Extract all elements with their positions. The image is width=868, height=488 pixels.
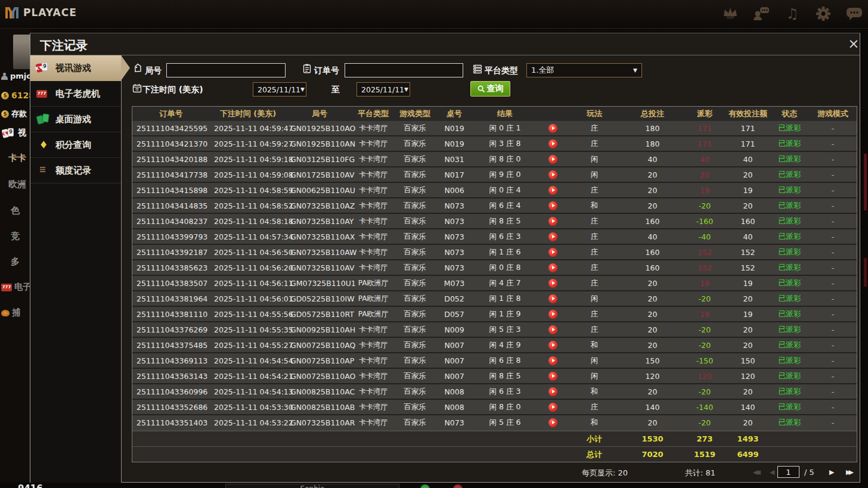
cell-order-number: 251111043360996: [132, 384, 210, 399]
cell-game-type: 百家乐: [393, 384, 436, 399]
play-result-button[interactable]: [548, 341, 557, 350]
cell-total-bet: 180: [621, 136, 684, 151]
cell-table-number: N007: [436, 338, 472, 352]
cell-play-type: 和: [568, 384, 621, 399]
cell-status: 已派彩: [770, 214, 809, 228]
settings-gear-icon[interactable]: [814, 4, 832, 24]
cell-game-type: 百家乐: [393, 214, 436, 228]
cell-total-bet: 120: [621, 369, 684, 383]
play-result-button[interactable]: [548, 263, 557, 272]
cell-round-number: GN07325B110AW: [286, 245, 353, 259]
date-from-picker[interactable]: 2025/11/11 ▼: [253, 82, 306, 97]
table-body: 251111043425595 2025-11-11 04:59:47 GN01…: [132, 121, 857, 431]
play-result-button[interactable]: [548, 372, 557, 381]
cell-game-mode: -: [809, 152, 857, 166]
play-result-button[interactable]: [548, 387, 557, 396]
table-row: 251111043351403 2025-11-11 04:53:22 GN07…: [132, 415, 857, 431]
vip-icon[interactable]: VIP: [721, 4, 739, 24]
cell-status: 已派彩: [770, 291, 809, 306]
cell-platform: 卡卡湾厅: [353, 229, 393, 244]
date-to-picker[interactable]: 2025/11/11 ▼: [356, 82, 410, 97]
platform-type-select[interactable]: 1.全部 ▼: [526, 63, 642, 77]
cell-game-type: 百家乐: [393, 415, 436, 430]
chat-bubble-icon[interactable]: [845, 4, 863, 24]
next-page-icon[interactable]: ▶: [829, 468, 834, 476]
play-result-button[interactable]: [548, 418, 557, 427]
search-button[interactable]: 查询: [470, 81, 510, 97]
play-result-button[interactable]: [548, 217, 557, 226]
cell-game-mode: -: [809, 400, 857, 414]
cell-result: 闲 9 庄 0: [472, 167, 538, 182]
play-result-button[interactable]: [548, 294, 557, 303]
play-result-button[interactable]: [548, 310, 557, 319]
cell-total-bet: 20: [621, 307, 684, 321]
cell-bet-time: 2025-11-11 04:58:18: [210, 214, 286, 228]
cell-total-bet: 20: [621, 183, 684, 197]
customer-service-icon[interactable]: [752, 4, 770, 24]
avatar: [13, 35, 31, 69]
page-number-input[interactable]: [777, 466, 799, 478]
play-result-button[interactable]: [548, 124, 557, 133]
play-result-button[interactable]: [548, 139, 557, 148]
cell-round-number: GN07325B110AV: [286, 260, 353, 275]
cell-payout: 19: [684, 276, 726, 290]
play-result-button[interactable]: [548, 325, 557, 334]
last-page-icon[interactable]: ▶▶: [846, 468, 854, 476]
cell-bet-time: 2025-11-11 04:56:20: [210, 260, 286, 275]
play-result-button[interactable]: [548, 248, 557, 257]
cell-status: 已派彩: [770, 245, 809, 259]
music-icon[interactable]: ♫: [783, 4, 801, 24]
cell-table-number: D057: [436, 307, 472, 321]
cell-payout: -20: [684, 384, 726, 399]
play-result-button[interactable]: [548, 279, 557, 288]
cell-total-bet: 150: [621, 353, 684, 368]
cell-order-number: 251111043352686: [132, 400, 210, 414]
sidebar-item-table-games[interactable]: 桌面游戏: [30, 107, 121, 132]
cell-play-type: 庄: [568, 276, 621, 290]
play-result-button[interactable]: [548, 403, 557, 412]
cell-game-mode: -: [809, 307, 857, 321]
play-result-button[interactable]: [548, 170, 557, 179]
sidebar-item-points-query[interactable]: ♦ 积分查询: [30, 132, 121, 158]
cell-status: 已派彩: [770, 229, 809, 244]
sidebar-item-video-games[interactable]: K♥9 视讯游戏: [30, 55, 121, 81]
play-result-button[interactable]: [548, 155, 557, 164]
cell-bet-time: 2025-11-11 04:58:52: [210, 198, 286, 213]
cell-payout: 171: [684, 136, 726, 151]
cell-valid-bet: 20: [726, 322, 770, 337]
play-result-button[interactable]: [548, 232, 557, 241]
order-number-input[interactable]: [345, 63, 463, 77]
play-result-button[interactable]: [548, 201, 557, 210]
cell-game-mode: -: [809, 136, 857, 151]
cell-platform: PA欧洲厅: [353, 276, 393, 290]
cell-bet-time: 2025-11-11 04:55:56: [210, 307, 286, 321]
play-result-button[interactable]: [548, 356, 557, 365]
cell-status: 已派彩: [770, 183, 809, 197]
prev-page-icon[interactable]: ◀: [770, 468, 774, 476]
play-result-button[interactable]: [548, 186, 557, 195]
cell-play-type: 闲: [568, 291, 621, 306]
platform-list-icon: [473, 64, 482, 74]
column-header: 结果: [472, 107, 538, 121]
cell-order-number: 251111043376269: [132, 322, 210, 337]
cell-game-type: 百家乐: [393, 136, 436, 151]
sidebar-item-quota-records[interactable]: 额度记录: [30, 158, 121, 184]
cell-round-number: GN00725B110AP: [286, 353, 353, 368]
user-icon: [1, 73, 8, 80]
calendar-icon: [132, 83, 142, 93]
table-header: 订单号 下注时间 (美东) 局号 平台类型 游戏类型 桌号 结果 玩法 总投注 …: [132, 107, 857, 121]
cell-round-number: GN00825B110AC: [286, 384, 353, 399]
round-number-input[interactable]: [166, 63, 286, 77]
playace-logo[interactable]: PLAYACE: [5, 6, 77, 19]
cell-order-number: 251111043381964: [132, 291, 210, 306]
cell-table-number: N006: [436, 183, 472, 197]
cell-total-bet: 160: [621, 245, 684, 259]
cell-payout: 152: [684, 245, 726, 259]
cell-valid-bet: 20: [726, 167, 770, 182]
first-page-icon[interactable]: ◀◀: [753, 468, 761, 476]
sidebar-item-slots[interactable]: 777 电子老虎机: [30, 81, 121, 107]
cell-valid-bet: 20: [726, 198, 770, 213]
cell-play-type: 庄: [568, 121, 621, 135]
cell-total-bet: 180: [621, 121, 684, 135]
close-icon[interactable]: ×: [846, 35, 861, 52]
